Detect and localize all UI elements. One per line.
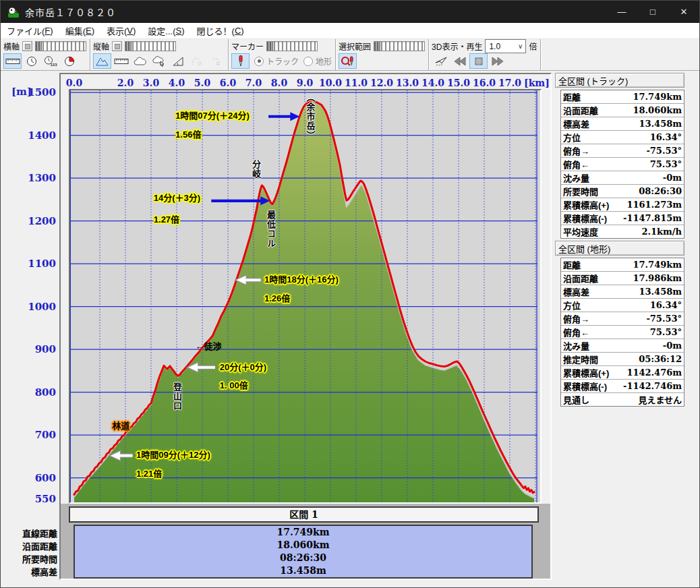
stats-group-title: 全区間 (トラック) (555, 73, 684, 88)
distance-axis-button[interactable] (3, 53, 22, 69)
playback-speed-unit: 倍 (529, 40, 537, 52)
selection-range-button[interactable] (339, 53, 357, 69)
menu-item-s[interactable]: 設定...(S) (142, 23, 190, 38)
stat-row: 沿面距離18.060km (561, 104, 684, 117)
stat-value: 08:26:30 (639, 186, 682, 196)
stop-button[interactable] (469, 53, 488, 69)
stat-row: 俯角→-75.53° (561, 312, 684, 326)
close-button[interactable]: ✕ (668, 1, 699, 23)
extra-axis-1-button[interactable] (187, 53, 206, 69)
x-tick-label: 6.0 (220, 78, 236, 88)
stat-value: -75.53° (646, 146, 682, 156)
time-axis-button[interactable] (22, 53, 40, 69)
menu-item-c[interactable]: 閉じる！(C) (191, 23, 250, 38)
mountain-icon (96, 56, 109, 67)
x-axis-labels: 0.02.03.04.05.06.07.08.09.010.011.012.01… (69, 74, 542, 89)
stat-value: 75.53° (650, 159, 682, 169)
marker-target-track-radio[interactable]: トラック (254, 55, 299, 67)
stat-row: 推定時間05:36:12 (561, 353, 684, 366)
y-axis-unit: [m] (11, 86, 32, 98)
cloud-pick-button[interactable] (150, 53, 168, 69)
x-tick-label: 13.0 (396, 78, 419, 88)
elevation-axis-button[interactable] (93, 53, 111, 69)
minimize-button[interactable]: — (606, 1, 637, 23)
toolbar-group: マーカートラック地形 (229, 39, 336, 70)
stat-row: 標高差13.458m (561, 285, 684, 299)
window-controls: — □ ✕ (606, 1, 699, 23)
radio-label: 地形 (316, 55, 332, 67)
y-axis-labels: 550600700800900100011001200130014001500[… (1, 71, 58, 588)
maximize-button[interactable]: □ (637, 1, 668, 23)
section-header-label: 区間 1 (289, 509, 318, 520)
stat-value: 2.1km/h (641, 227, 682, 237)
time-pie-axis-button[interactable] (60, 53, 78, 69)
scale-slider[interactable] (125, 41, 176, 51)
stat-label: 沈み量 (563, 171, 589, 184)
stat-row: 見通し見えません (561, 393, 684, 406)
scale-axis-button[interactable] (112, 53, 130, 69)
clock-pie-icon (64, 56, 75, 67)
rewind-button[interactable] (450, 53, 469, 69)
range-pin-icon (341, 55, 355, 67)
x-tick-label: 5.0 (194, 78, 210, 88)
x-tick-label: 15.0 (447, 78, 470, 88)
scale-slider[interactable] (35, 41, 86, 51)
scale-slider[interactable] (374, 41, 425, 51)
x-tick-label: 11.0 (345, 78, 368, 88)
x-tick-label: 16.0 (473, 78, 496, 88)
extra-axis-2-button[interactable] (206, 53, 225, 69)
bird-flight-icon (434, 56, 448, 67)
x-tick-label: 7.0 (245, 78, 262, 88)
stat-value: -0m (663, 341, 682, 351)
stat-row: 距離17.749km (561, 90, 684, 104)
forward-button[interactable] (488, 53, 506, 69)
stat-row: 俯角←75.53° (561, 326, 684, 339)
radio-icon (254, 57, 264, 66)
marker-pen-button[interactable] (231, 53, 250, 69)
clock-icon (26, 56, 37, 67)
marker-target-terrain-radio[interactable]: 地形 (303, 55, 332, 67)
cloud-icon (134, 56, 147, 67)
stat-value: -75.53° (646, 314, 682, 324)
y-tick-label: 1400 (28, 129, 56, 142)
axis-fix-toggle[interactable] (112, 41, 122, 51)
stat-row: 累積標高(+)1142.476m (561, 366, 684, 380)
stat-label: 平均速度 (563, 225, 598, 238)
scale-slider[interactable] (266, 41, 318, 51)
menu-item-f[interactable]: ファイル(F) (1, 23, 59, 38)
playback-speed-select[interactable]: 1.0∨ (485, 39, 526, 53)
menu-item-v[interactable]: 表示(V) (100, 23, 142, 38)
stat-value: 16.34° (650, 132, 682, 142)
stat-label: 沿面距離 (563, 272, 598, 285)
stat-row: 累積標高(+)1161.273m (561, 198, 684, 212)
stat-label: 累積標高(-) (563, 380, 607, 392)
time-number-axis-button[interactable]: 123 (41, 53, 59, 69)
stat-row: 沈み量-0m (561, 339, 684, 353)
axis-fix-toggle[interactable] (22, 41, 32, 51)
stat-row: 累積標高(-)-1142.746m (561, 380, 684, 393)
clock-123-icon: 123 (44, 56, 57, 67)
stop-icon (474, 57, 484, 66)
menu-bar: ファイル(F)編集(E)表示(V)設定...(S)閉じる！(C) (1, 23, 699, 39)
stat-value: 05:36:12 (639, 354, 682, 364)
menu-item-e[interactable]: 編集(E) (59, 23, 100, 38)
x-tick-label: 4.0 (169, 78, 185, 88)
stat-label: 累積標高(-) (563, 212, 607, 225)
elevation-plot[interactable]: 1時間07分(＋24分)1.56倍14分(＋3分)1.27倍1時間18分(＋16… (69, 89, 542, 504)
x-tick-label: 8.0 (271, 78, 287, 88)
stat-value: 18.060km (633, 105, 682, 115)
cloud-pointer-icon (152, 56, 166, 67)
stat-value: 17.749km (633, 92, 682, 102)
stat-row: 俯角→-75.53° (561, 144, 684, 158)
toolbar-group: 縦軸 (90, 39, 229, 70)
cloud-view-button[interactable] (131, 53, 149, 69)
stats-rows: 距離17.749km沿面距離17.986km標高差13.458m方位16.34°… (560, 258, 684, 407)
stat-row: 沿面距離17.986km (561, 272, 684, 285)
radio-label: トラック (266, 55, 299, 67)
playback-speed-value: 1.0 (489, 42, 500, 51)
x-axis-unit: [km] (524, 78, 550, 88)
stat-value: 13.458m (639, 287, 682, 297)
slope-view-button[interactable] (169, 53, 187, 69)
ruler-icon (5, 56, 20, 67)
3d-flight-button[interactable] (432, 53, 450, 69)
